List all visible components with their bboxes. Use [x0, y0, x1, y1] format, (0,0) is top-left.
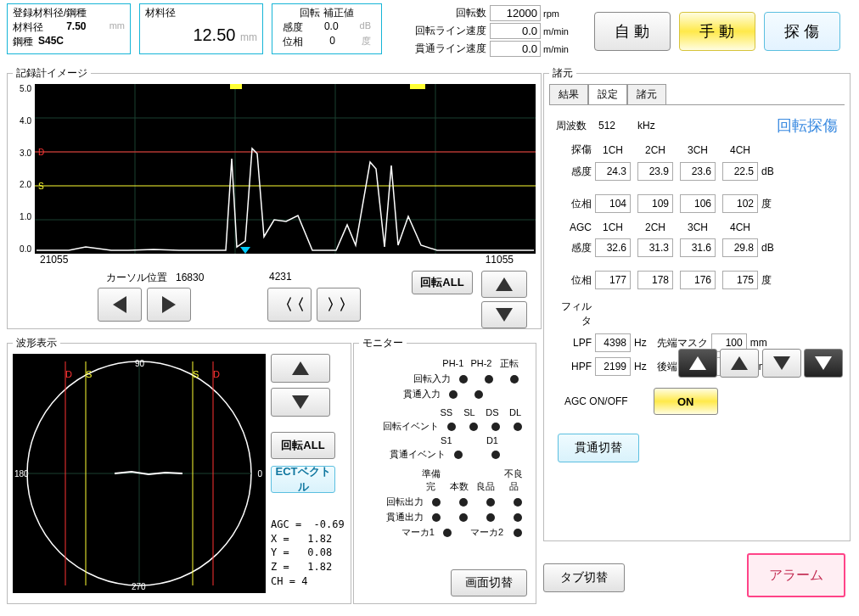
wave-up-button[interactable]	[271, 354, 330, 383]
diameter-label: 材料径	[13, 20, 43, 35]
agc-label: AGC =	[271, 518, 301, 530]
svg-text:D: D	[213, 369, 220, 379]
spec-down-button[interactable]	[762, 349, 801, 378]
spec-legend: 諸元	[549, 66, 576, 81]
unit: Hz	[634, 361, 647, 372]
z-value: 1.82	[289, 561, 333, 573]
recorder-legend: 記録計イメージ	[13, 66, 91, 81]
angle-label: 270	[132, 582, 146, 591]
isou-1ch[interactable]: 104	[595, 194, 631, 213]
col-ph2: PH-2	[469, 358, 494, 368]
kantsuu-button[interactable]: 貫通切替	[558, 434, 639, 462]
screen-switch-button[interactable]: 画面切替	[451, 569, 527, 596]
chevron-left-icon: 〈〈	[278, 294, 301, 315]
x-value: 1.82	[289, 533, 333, 545]
ect-vector-button[interactable]: ECTベクトル	[271, 466, 335, 493]
row-label: 貫通出力	[361, 511, 429, 524]
unit: Hz	[634, 337, 647, 349]
svg-text:D: D	[65, 369, 72, 379]
indicator-dot	[514, 498, 522, 507]
hpf-value[interactable]: 2199	[595, 357, 631, 376]
agc-on-button[interactable]: ON	[654, 388, 718, 415]
triangle-down-icon	[292, 395, 309, 409]
ytick: 2.0	[13, 180, 31, 189]
x-label: X =	[271, 533, 289, 545]
diameter-unit: mm	[109, 20, 125, 35]
isou-2ch[interactable]: 109	[637, 194, 673, 213]
nav-down-button[interactable]	[481, 301, 527, 328]
lpf-label: LPF	[556, 337, 592, 349]
cursor1: 16830	[176, 272, 204, 283]
row-label: 貫通入力	[361, 388, 446, 400]
rotate-all-button[interactable]: 回転ALL	[412, 271, 473, 294]
through-speed-value: 0.0	[490, 41, 541, 57]
indicator-dot	[459, 375, 468, 384]
col: 不良品	[500, 468, 527, 493]
correction-title: 回転 補正値	[278, 6, 376, 20]
nav-right-button[interactable]	[147, 288, 191, 322]
row-label: マーカ2	[470, 526, 503, 539]
steel-value: S45C	[38, 35, 64, 49]
wave-down-button[interactable]	[271, 388, 330, 417]
rpm-value: 12000	[490, 5, 541, 21]
lpf-value[interactable]: 4398	[595, 333, 631, 352]
recorder-group: 記録計イメージ 5.0 4.0 3.0 2.0 1.0 0.0 D	[7, 66, 542, 329]
inspect-button[interactable]: 探 傷	[764, 12, 840, 51]
x-left: 21055	[40, 254, 68, 266]
z-label: Z =	[271, 561, 289, 573]
agc-isou-2ch[interactable]: 178	[637, 271, 673, 289]
spec-bottom-button[interactable]	[804, 349, 843, 378]
fast-right-button[interactable]: 〉〉	[317, 288, 361, 322]
col-seiten: 正転	[497, 357, 522, 370]
kando-label: 感度	[556, 165, 592, 179]
agc-kando-1ch[interactable]: 32.6	[595, 238, 631, 257]
indicator-dot	[514, 513, 522, 522]
agc-kando-2ch[interactable]: 31.3	[637, 238, 673, 257]
indicator-dot	[514, 529, 522, 537]
agc-kando-4ch[interactable]: 29.8	[722, 238, 758, 257]
svg-text:S: S	[38, 182, 44, 191]
angle-label: 180	[14, 469, 29, 479]
spec-up-button[interactable]	[720, 349, 759, 378]
agc-isou-4ch[interactable]: 175	[722, 271, 758, 289]
kando-2ch[interactable]: 23.9	[637, 162, 673, 181]
angle-label: 0	[257, 469, 262, 479]
tansho-label: 探傷	[556, 143, 592, 157]
triangle-down-icon	[773, 356, 790, 370]
tab-setting[interactable]: 設定	[588, 84, 627, 104]
spec-group: 諸元 結果設定諸元 周波数 512 kHz 回転探傷 探傷 1CH 2CH 3C…	[543, 66, 851, 541]
tab-spec[interactable]: 諸元	[627, 84, 666, 104]
nav-left-button[interactable]	[98, 288, 142, 322]
agc-isou-1ch[interactable]: 177	[595, 271, 631, 289]
kando-1ch[interactable]: 24.3	[595, 162, 631, 181]
agc-kando-3ch[interactable]: 31.6	[680, 238, 716, 257]
col: SS	[436, 407, 457, 417]
phase-value: 0	[329, 35, 335, 49]
triangle-down-icon	[815, 356, 832, 370]
auto-button[interactable]: 自 動	[594, 12, 671, 51]
indicator-dot	[474, 390, 483, 399]
triangle-left-icon	[113, 296, 126, 313]
isou-3ch[interactable]: 106	[680, 194, 716, 213]
triangle-up-icon	[496, 277, 513, 291]
agc-isou-3ch[interactable]: 176	[680, 271, 716, 289]
alarm-button[interactable]: アラーム	[747, 553, 845, 597]
nav-up-button[interactable]	[481, 271, 527, 298]
spec-top-button[interactable]	[678, 349, 717, 378]
tab-switch-button[interactable]: タブ切替	[543, 563, 625, 592]
tab-result[interactable]: 結果	[549, 84, 588, 104]
indicator-dot	[491, 451, 500, 459]
kando-4ch[interactable]: 22.5	[722, 162, 758, 181]
triangle-up-icon	[689, 356, 706, 370]
isou-4ch[interactable]: 102	[722, 194, 758, 213]
manual-button[interactable]: 手 動	[679, 12, 755, 51]
ytick: 1.0	[13, 212, 31, 221]
fast-left-button[interactable]: 〈〈	[267, 288, 312, 322]
ch-header: 3CH	[677, 221, 719, 233]
kando-3ch[interactable]: 23.6	[680, 162, 716, 181]
ytick: 0.0	[13, 244, 31, 254]
phase-unit: 度	[362, 35, 371, 49]
wave-rotate-all-button[interactable]: 回転ALL	[271, 432, 335, 459]
col: 良品	[474, 480, 497, 493]
freq-value[interactable]: 512	[598, 120, 637, 132]
